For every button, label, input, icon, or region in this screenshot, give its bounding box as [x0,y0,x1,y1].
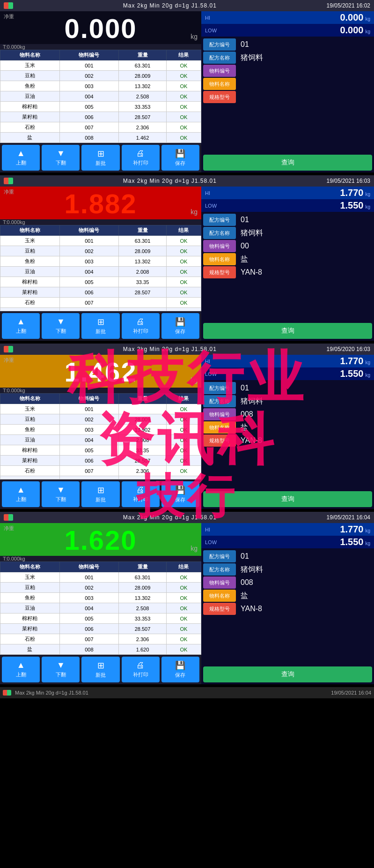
toolbar-btn-0[interactable]: ▲ 上翻 [2,145,40,171]
right-section: HI 1.770 kg LOW 1.550 kg 配方编号 01 [201,523,374,684]
data-table: 物料名称物料编号重量结果 玉米 001 63.301 OK 豆粕 002 28.… [0,50,201,143]
cell-result: OK [166,583,201,593]
panel-body: 净重 1.620 kg T:0.000kg 物料名称物料编号重量结果 玉米 00… [0,523,374,684]
query-button[interactable]: 查询 [203,491,372,507]
toolbar: ▲ 上翻 ▼ 下翻 ⊞ 新批 🖨 补打印 💾 保存 [0,479,201,509]
th-0: 物料名称 [0,225,60,236]
cell-weight: 13.302 [119,81,167,91]
table-header-row: 物料名称物料编号重量结果 [0,562,201,572]
panel-body: 净重 1.882 kg T:0.000kg 物料名称物料编号重量结果 玉米 00… [0,187,374,341]
right-section: HI 1.770 kg LOW 1.550 kg 配方编号 01 [201,187,374,341]
low-value: 1.550 [340,200,363,211]
toolbar-label-0: 上翻 [16,328,26,335]
weight-value: 1.462 [6,359,196,386]
status-bar-left [4,2,13,9]
info-value-2: 008 [238,577,372,588]
cell-weight: 2.306 [119,634,167,644]
table-row: 豆油 004 2.008 OK [0,267,201,277]
table-row: 菜籽粕 006 28.507 OK [0,456,201,466]
toolbar-btn-3[interactable]: 🖨 补打印 [122,313,160,339]
toolbar-icon-0: ▲ [17,317,25,327]
cell-result: OK [166,644,201,655]
cell-code: 004 [59,267,119,277]
toolbar-btn-0[interactable]: ▲ 上翻 [2,481,40,507]
cell-weight: 33.353 [119,614,167,624]
info-value-3 [238,83,372,85]
th-2: 重量 [119,50,167,60]
status-bar-datetime: 19/05/2021 16:03 [327,178,370,184]
table-row: 鱼粉 003 13.902 OK [0,425,201,435]
info-row-3: 物料名称 [203,78,372,90]
info-value-1: 猪饲料 [238,396,372,407]
cell-name: 菜籽粕 [0,112,60,122]
table-row: 棉籽粕 005 33.35 OK [0,445,201,456]
cell-code: 003 [59,81,119,91]
query-button[interactable]: 查询 [203,155,372,171]
cell-weight: 63.301 [119,572,167,583]
cell-weight: 1.462 [119,133,167,143]
toolbar-icon-2: ⊞ [97,317,104,327]
info-value-3: 盐 [238,422,372,434]
th-0: 物料名称 [0,50,60,60]
toolbar-btn-1[interactable]: ▼ 下翻 [42,657,80,682]
weight-unit: kg [191,33,198,40]
info-rows: 配方编号 01 配方名称 猪饲料 物料编号 物料名称 规格型号 [201,37,374,153]
toolbar-btn-3[interactable]: 🖨 补打印 [122,481,160,507]
low-display: 1.550 kg [340,368,370,379]
toolbar-btn-0[interactable]: ▲ 上翻 [2,313,40,339]
info-value-0: 01 [238,39,372,50]
toolbar-icon-2: ⊞ [97,485,104,495]
low-unit: kg [365,204,370,210]
toolbar-btn-3[interactable]: 🖨 补打印 [122,145,160,171]
query-button[interactable]: 查询 [203,323,372,339]
toolbar-btn-2[interactable]: ⊞ 新批 [81,481,119,507]
toolbar-label-2: 新批 [95,160,106,167]
left-section: 净重 1.462 kg T:0.000kg 物料名称物料编号重量结果 玉米 00… [0,355,201,509]
table-row: 玉米 001 OK [0,404,201,414]
cell-code: 001 [59,60,119,71]
toolbar-icon-3: 🖨 [136,149,145,158]
toolbar-btn-4[interactable]: 💾 保存 [161,313,199,339]
toolbar-label-0: 上翻 [16,496,26,503]
cell-result: OK [166,277,201,287]
cell-result: OK [166,414,201,425]
hi-display: 1.770 kg [340,524,370,535]
cell-code: 005 [59,277,119,287]
toolbar-btn-3[interactable]: 🖨 补打印 [122,657,160,682]
toolbar-btn-4[interactable]: 💾 保存 [161,481,199,507]
cell-result: OK [166,603,201,614]
cell-result: OK [166,298,201,308]
status-icon-bottom [3,690,11,696]
weight-label: 净重 [4,13,14,20]
toolbar-btn-1[interactable]: ▼ 下翻 [42,145,80,171]
status-bar-left [4,346,13,352]
cell-result [166,308,201,311]
th-3: 结果 [166,562,201,572]
status-bar-spec: Max 2kg Min 20g d=1g J1.58.01 [123,2,217,9]
toolbar-icon-1: ▼ [57,317,65,327]
th-1: 物料编号 [59,225,119,236]
toolbar-btn-1[interactable]: ▼ 下翻 [42,481,80,507]
hi-tag: HI [205,190,210,196]
toolbar-btn-2[interactable]: ⊞ 新批 [81,145,119,171]
toolbar-label-3: 补打印 [133,328,148,335]
toolbar-btn-0[interactable]: ▲ 上翻 [2,657,40,682]
cell-weight: 13.302 [119,256,167,267]
toolbar-btn-1[interactable]: ▼ 下翻 [42,313,80,339]
th-3: 结果 [166,50,201,60]
toolbar-btn-2[interactable]: ⊞ 新批 [81,313,119,339]
hi-value: 1.770 [340,187,363,198]
hi-display: 1.770 kg [340,356,370,367]
toolbar-btn-4[interactable]: 💾 保存 [161,145,199,171]
info-label-4: 规格型号 [203,91,236,103]
cell-name: 豆粕 [0,71,60,81]
toolbar-btn-4[interactable]: 💾 保存 [161,657,199,682]
info-row-3: 物料名称 盐 [203,421,372,434]
toolbar-label-4: 保存 [175,496,185,503]
table-header: 物料名称物料编号重量结果 [0,562,201,572]
weight-unit: kg [191,208,198,216]
cell-name: 盐 [0,133,60,143]
toolbar-btn-2[interactable]: ⊞ 新批 [81,657,119,682]
query-button[interactable]: 查询 [203,666,372,682]
cell-code: 007 [59,298,119,308]
